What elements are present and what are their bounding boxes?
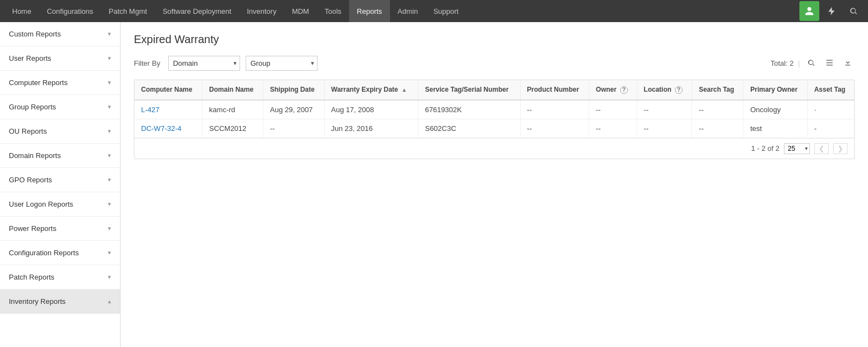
export-icon[interactable] <box>841 57 855 70</box>
chevron-icon: ▾ <box>108 128 111 135</box>
sidebar-item-power-reports[interactable]: Power Reports ▾ <box>0 217 120 241</box>
sidebar-label-power-reports: Power Reports <box>9 224 56 233</box>
domain-filter-select[interactable]: Domain All Domains <box>168 56 240 71</box>
col-owner: Owner ? <box>589 80 637 100</box>
sidebar-item-computer-reports[interactable]: Computer Reports ▾ <box>0 71 120 95</box>
warranty-table: Computer Name Domain Name Shipping Date … <box>134 80 854 138</box>
sidebar-label-computer-reports: Computer Reports <box>9 78 67 87</box>
main-content: Expired Warranty Filter By Domain All Do… <box>121 22 868 347</box>
group-filter-wrapper: Group All Groups <box>246 56 318 71</box>
sidebar-item-group-reports[interactable]: Group Reports ▾ <box>0 95 120 119</box>
chevron-up-icon: ▴ <box>108 298 111 305</box>
sidebar-label-custom-reports: Custom Reports <box>9 30 61 38</box>
col-service-tag: Service Tag/Serial Number <box>418 80 520 100</box>
columns-icon[interactable] <box>823 57 836 70</box>
pagination-bar: 1 - 2 of 2 102550100 ❮ ❯ <box>134 138 854 159</box>
chevron-icon: ▾ <box>108 103 111 111</box>
chevron-icon: ▾ <box>108 274 111 281</box>
group-filter-select[interactable]: Group All Groups <box>246 56 318 71</box>
per-page-select-wrapper: 102550100 <box>784 143 810 154</box>
table-row: L-427kamc-rdAug 29, 2007Aug 17, 20086761… <box>134 100 854 119</box>
nav-support[interactable]: Support <box>425 0 466 22</box>
sidebar-item-inventory-reports[interactable]: Inventory Reports ▴ <box>0 290 120 314</box>
sidebar-item-user-reports[interactable]: User Reports ▾ <box>0 46 120 71</box>
sort-arrow-icon: ▲ <box>402 87 407 93</box>
sidebar-label-inventory-reports: Inventory Reports <box>9 297 66 306</box>
sidebar-label-user-reports: User Reports <box>9 54 51 62</box>
sidebar-item-ou-reports[interactable]: OU Reports ▾ <box>0 119 120 144</box>
page-title: Expired Warranty <box>134 33 855 46</box>
owner-help-icon[interactable]: ? <box>620 86 628 94</box>
sidebar: Custom Reports ▾ User Reports ▾ Computer… <box>0 22 121 347</box>
chevron-icon: ▾ <box>108 30 111 38</box>
pagination-next-btn[interactable]: ❯ <box>833 143 848 154</box>
filter-toolbar-row: Filter By Domain All Domains Group All G… <box>134 56 855 71</box>
sidebar-label-user-logon-reports: User Logon Reports <box>9 200 73 208</box>
pagination-prev-btn[interactable]: ❮ <box>814 143 829 154</box>
nav-patch-mgmt[interactable]: Patch Mgmt <box>101 0 155 22</box>
domain-filter-wrapper: Domain All Domains <box>168 56 240 71</box>
chevron-icon: ▾ <box>108 79 111 86</box>
col-warranty-expiry-date[interactable]: Warranty Expiry Date ▲ <box>324 80 418 100</box>
nav-icon-group <box>799 1 864 21</box>
toolbar-right: Total: 2 | <box>771 57 855 70</box>
sidebar-item-user-logon-reports[interactable]: User Logon Reports ▾ <box>0 192 120 217</box>
chevron-icon: ▾ <box>108 176 111 183</box>
search-nav-icon-btn[interactable] <box>844 1 864 21</box>
col-shipping-date: Shipping Date <box>263 80 325 100</box>
sidebar-item-patch-reports[interactable]: Patch Reports ▾ <box>0 265 120 290</box>
sidebar-label-ou-reports: OU Reports <box>9 127 47 135</box>
nav-admin[interactable]: Admin <box>390 0 426 22</box>
sidebar-label-gpo-reports: GPO Reports <box>9 176 52 184</box>
col-primary-owner: Primary Owner <box>744 80 807 100</box>
sidebar-label-domain-reports: Domain Reports <box>9 151 61 160</box>
col-product-number: Product Number <box>520 80 589 100</box>
bolt-icon <box>827 6 836 16</box>
chevron-icon: ▾ <box>108 201 111 208</box>
sidebar-item-configuration-reports[interactable]: Configuration Reports ▾ <box>0 241 120 265</box>
col-domain-name: Domain Name <box>202 80 263 100</box>
chevron-icon: ▾ <box>108 152 111 159</box>
total-count: Total: 2 <box>771 59 794 67</box>
filter-by-label: Filter By <box>134 59 160 67</box>
user-icon-btn[interactable] <box>799 1 819 21</box>
nav-tools[interactable]: Tools <box>317 0 349 22</box>
sidebar-label-configuration-reports: Configuration Reports <box>9 249 79 257</box>
col-location: Location ? <box>637 80 692 100</box>
sidebar-item-domain-reports[interactable]: Domain Reports ▾ <box>0 144 120 168</box>
sidebar-item-custom-reports[interactable]: Custom Reports ▾ <box>0 22 120 46</box>
pagination-range: 1 - 2 of 2 <box>751 144 779 153</box>
sidebar-label-patch-reports: Patch Reports <box>9 273 54 281</box>
separator: | <box>798 59 800 67</box>
computer-name-link[interactable]: L-427 <box>141 106 159 114</box>
table-row: DC-W7-32-4SCCM2012--Jun 23, 2016S602C3C-… <box>134 119 854 138</box>
bolt-icon-btn[interactable] <box>822 1 841 21</box>
table-header-row: Computer Name Domain Name Shipping Date … <box>134 80 854 100</box>
col-search-tag: Search Tag <box>692 80 744 100</box>
top-navigation: Home Configurations Patch Mgmt Software … <box>0 0 868 22</box>
sidebar-label-group-reports: Group Reports <box>9 103 56 111</box>
computer-name-link[interactable]: DC-W7-32-4 <box>141 124 181 133</box>
nav-inventory[interactable]: Inventory <box>239 0 284 22</box>
chevron-icon: ▾ <box>108 55 111 62</box>
col-asset-tag: Asset Tag <box>807 80 854 100</box>
data-table-wrapper: Computer Name Domain Name Shipping Date … <box>134 80 855 159</box>
chevron-icon: ▾ <box>108 225 111 232</box>
per-page-select[interactable]: 102550100 <box>784 143 810 154</box>
nav-configurations[interactable]: Configurations <box>39 0 101 22</box>
chevron-icon: ▾ <box>108 249 111 256</box>
search-table-icon[interactable] <box>804 57 818 70</box>
nav-software-deployment[interactable]: Software Deployment <box>155 0 239 22</box>
search-nav-icon <box>849 7 858 15</box>
col-computer-name: Computer Name <box>134 80 202 100</box>
nav-home[interactable]: Home <box>4 0 39 22</box>
app-layout: Custom Reports ▾ User Reports ▾ Computer… <box>0 22 868 347</box>
user-icon <box>804 6 814 16</box>
nav-reports[interactable]: Reports <box>349 0 390 22</box>
nav-mdm[interactable]: MDM <box>284 0 317 22</box>
sidebar-item-gpo-reports[interactable]: GPO Reports ▾ <box>0 168 120 192</box>
location-help-icon[interactable]: ? <box>675 86 683 94</box>
